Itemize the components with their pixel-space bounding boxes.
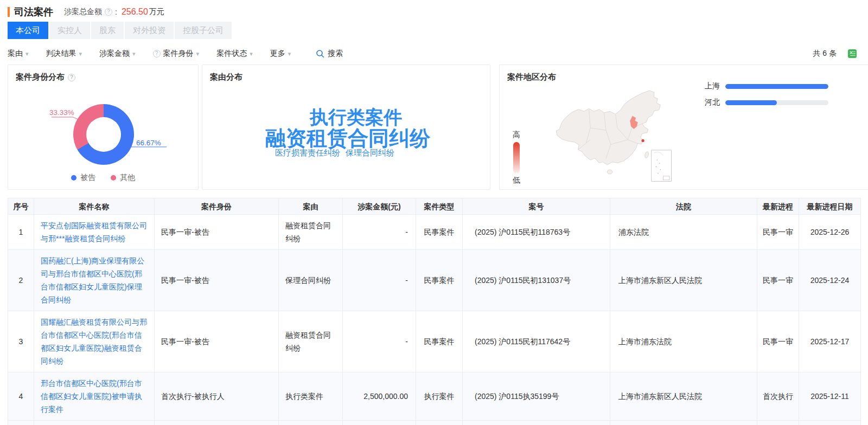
filter-status[interactable]: 案件状态 ▾ [216,49,253,59]
map-region-shanghai[interactable] [641,139,644,142]
tab-shareholder[interactable]: 股东 [91,22,124,39]
filter-judgment[interactable]: 判决结果 ▾ [46,49,82,59]
identity-donut-chart [73,104,134,165]
china-map [532,83,680,187]
tab-holding-subsidiary[interactable]: 控股子公司 [175,22,232,39]
table-row: 4 邢台市信都区中心医院(邢台市信都区妇女儿童医院)被申请执行案件 首次执行-被… [8,372,861,421]
filter-cause[interactable]: 案由 ▾ [8,49,29,59]
heat-gradient-legend: 高 低 [508,130,525,185]
case-name-link[interactable]: 邢台市信都区中心医院(邢台市信都区妇女儿童医院)被申请执行案件 [41,379,142,414]
chevron-down-icon: ▾ [132,51,136,57]
help-icon[interactable]: ? [68,74,75,81]
col-court: 法院 [610,198,757,215]
total-amount-unit: 万元 [149,7,164,17]
col-case-name: 案件名称 [34,198,155,215]
chevron-down-icon: ▾ [288,51,291,57]
tab-outbound-investment[interactable]: 对外投资 [125,22,174,39]
identity-distribution-card: 案件身份分布 ? 33.33% 66.67% 被告 其他 [8,65,199,190]
region-bar-hebei: 河北 [705,98,828,107]
region-distribution-card: 案件地区分布 高 低 [499,65,868,190]
legend-item-other[interactable]: 其他 [111,173,135,183]
orange-accent-bar [8,7,10,17]
wordcloud-word-medical: 医疗损害责任纠纷 [275,148,340,158]
col-seq: 序号 [8,198,34,215]
pink-dot-icon [111,175,116,181]
region-chart-title: 案件地区分布 [507,72,556,82]
judicial-cases-page: 司法案件 涉案总金额 ? : 256.50 万元 本公司 实控人 股东 对外投资… [0,0,868,425]
col-amount: 涉案金额(元) [343,198,416,215]
chevron-down-icon: ▾ [79,51,82,57]
chevron-down-icon: ▾ [196,51,200,57]
chevron-down-icon: ▾ [25,51,29,57]
help-icon[interactable]: ? [105,8,112,16]
blue-dot-icon [71,175,76,181]
filter-more[interactable]: 更多 ▾ [270,49,291,59]
col-case-no: 案号 [463,198,610,215]
filter-amount[interactable]: 涉案金额 ▾ [99,49,136,59]
cause-wordcloud: 执行类案件 融资租赁合同纠纷 医疗损害责任纠纷 保理合同纠纷 [202,65,490,189]
filter-bar: 案由 ▾ 判决结果 ▾ 涉案金额 ▾ ? 案件身份 ▾ 案件状态 ▾ 更多 ▾ [8,47,860,61]
donut-label-other-pct: 33.33% [49,108,74,117]
table-row: 1 平安点创国际融资租赁有限公司与邢***融资租赁合同纠纷 民事一审-被告 融资… [8,215,861,250]
table-row: 2 国药融汇(上海)商业保理有限公司与邢台市信都区中心医院(邢台市信都区妇女儿童… [8,250,861,311]
total-amount-value: 256.50 [122,7,148,17]
table-row: 5 邢台市信都区中心医院(邢台市信都区妇女儿童医院)被申请执行案件 首次执行-被… [8,421,861,425]
legend-item-defendant[interactable]: 被告 [71,173,95,183]
col-progress: 最新进程 [757,198,799,215]
identity-chart-title: 案件身份分布 [16,72,65,82]
cause-distribution-card: 案由分布 执行类案件 融资租赁合同纠纷 医疗损害责任纠纷 保理合同纠纷 [202,65,490,190]
export-excel-icon[interactable] [847,49,857,59]
tab-actual-controller[interactable]: 实控人 [49,22,90,39]
filter-identity[interactable]: ? 案件身份 ▾ [153,49,200,59]
cases-table-wrap: 序号 案件名称 案件身份 案由 涉案金额(元) 案件类型 案号 法院 最新进程 … [8,198,860,425]
case-name-link[interactable]: 国药融汇(上海)商业保理有限公司与邢台市信都区中心医院(邢台市信都区妇女儿童医院… [41,256,144,304]
colon: : [115,8,117,16]
result-count: 共 6 条 [813,49,837,59]
south-china-sea-inset [652,150,672,182]
region-bar-shanghai: 上海 [705,81,828,91]
page-title: 司法案件 [14,5,53,18]
donut-label-defendant-pct: 66.67% [136,139,161,147]
table-header-row: 序号 案件名称 案件身份 案由 涉案金额(元) 案件类型 案号 法院 最新进程 … [8,198,861,215]
cases-table: 序号 案件名称 案件身份 案由 涉案金额(元) 案件类型 案号 法院 最新进程 … [8,198,861,425]
charts-row: 案件身份分布 ? 33.33% 66.67% 被告 其他 [0,65,868,190]
col-cause: 案由 [279,198,343,215]
entity-tab-bar: 本公司 实控人 股东 对外投资 控股子公司 [8,22,868,39]
gradient-bar [513,142,520,173]
search-icon [316,49,324,58]
gradient-high-label: 高 [508,130,525,140]
case-name-link[interactable]: 国耀融汇融资租赁有限公司与邢台市信都区中心医院(邢台市信都区妇女儿童医院)融资租… [41,318,147,365]
section-header: 司法案件 涉案总金额 ? : 256.50 万元 [0,0,868,18]
case-name-link[interactable]: 平安点创国际融资租赁有限公司与邢***融资租赁合同纠纷 [41,221,147,243]
table-row: 3 国耀融汇融资租赁有限公司与邢台市信都区中心医院(邢台市信都区妇女儿童医院)融… [8,311,861,372]
col-progress-date: 最新进程日期 [799,198,861,215]
region-bars: 上海 河北 [705,81,828,114]
wordcloud-word-factoring: 保理合同纠纷 [346,148,394,158]
search-button[interactable]: 搜索 [316,49,343,59]
col-type: 案件类型 [416,198,463,215]
total-amount-label: 涉案总金额 [64,7,102,17]
chevron-down-icon: ▾ [250,51,253,57]
tab-our-company[interactable]: 本公司 [8,22,48,39]
help-icon[interactable]: ? [153,50,161,57]
donut-legend: 被告 其他 [8,173,198,183]
gradient-low-label: 低 [508,176,525,185]
col-identity: 案件身份 [155,198,279,215]
